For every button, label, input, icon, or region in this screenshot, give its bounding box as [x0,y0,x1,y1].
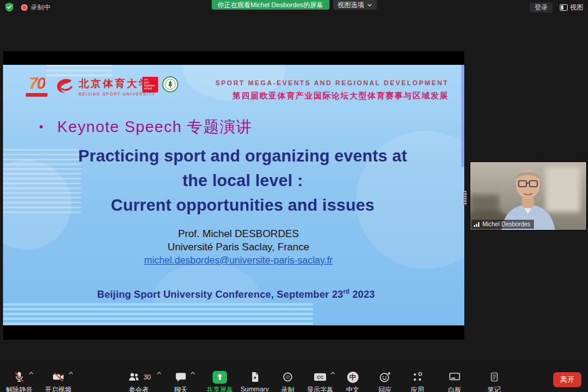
toolbar-whiteboard[interactable]: 白板 [448,370,461,392]
toolbar-label: 录制 [281,385,294,392]
security-shield-icon[interactable] [5,2,14,12]
toolbar-label: 共享屏幕 [207,385,233,392]
anniversary-number: 70 [28,75,44,92]
toolbar-notes[interactable]: 笔记 [488,370,501,392]
chevron-up-icon[interactable] [29,372,34,375]
speaker-affiliation: Université Paris Saclay, France [8,241,464,254]
toolbar-label: 回应 [378,385,392,392]
bsu-name-en: BEIJING SPORT UNIVERSITY [79,92,156,96]
toolbar-apps[interactable]: 应用 [411,370,424,392]
participant-video-tile[interactable]: Michel Desbordes [470,162,586,230]
summary-icon [249,370,261,384]
leave-meeting-button[interactable]: 离开 [553,372,581,387]
chevron-up-icon[interactable] [157,372,162,375]
chevron-up-icon[interactable] [330,372,335,375]
participant-name-tag: Michel Desbordes [471,220,534,229]
svg-text:CC: CC [317,375,324,380]
toolbar-reactions[interactable]: 回应 [378,370,392,392]
toolbar-label: 参会者 [129,385,149,392]
recording-label: 录制中 [31,3,50,12]
panel-drag-handle[interactable] [464,191,467,205]
top-bar-right: 登录 视图 [530,2,583,13]
beijing-sport-university-logo: 北京体育大学 BEIJING SPORT UNIVERSITY [53,76,156,97]
toolbar-language[interactable]: 中 中文 [346,370,359,392]
toolbar-participants[interactable]: 30 参会者 [127,370,151,392]
keynote-heading: • Keynote Speech 专题演讲 [39,116,252,137]
participants-icon [127,370,141,384]
top-bar-left: 录制中 [5,2,50,12]
share-screen-icon [213,371,227,384]
top-bar-center: 你正在观看Michel Desbordes的屏幕 视图选项 [211,0,377,10]
meeting-toolbar: 解除静音 开启视频 30 参会者 聊天 共享屏幕 [0,367,588,392]
bullet-point: • [39,120,44,134]
notes-icon [489,371,500,383]
participant-name: Michel Desbordes [482,221,530,228]
chevron-down-icon [367,4,372,7]
presentation-slide: 70 北京体育大学 BEIJING SPORT UNIVERSITY em ly… [3,65,464,325]
camera-off-icon [51,370,65,384]
watching-screen-banner: 你正在观看Michel Desbordes的屏幕 [211,0,329,10]
apps-icon [411,371,423,383]
captions-icon: CC [313,371,327,383]
footer-year: 2023 [350,289,375,300]
slide-footer: Beijing Sport University Conference, Sep… [5,288,464,300]
toolbar-label: 开启视频 [45,385,71,392]
conference-heading: SPORT MEGA-EVENTS AND REGIONAL DEVELOPME… [216,79,449,101]
sign-in-button[interactable]: 登录 [530,2,553,13]
chevron-up-icon[interactable] [68,372,73,375]
reactions-icon [378,370,392,384]
speaker-email-link[interactable]: michel.desbordes@universite-paris-saclay… [144,255,333,265]
footer-text: Beijing Sport University Conference, Sep… [97,289,344,300]
participants-count: 30 [144,373,151,381]
toolbar-label: 解除静音 [6,385,32,392]
toolbar-start-video[interactable]: 开启视频 [45,370,71,392]
toolbar-label: 白板 [448,385,461,392]
recording-dot-icon [21,4,28,11]
conference-title-zh: 第四届欧亚体育产业国际论坛大型体育赛事与区域发展 [216,91,449,101]
toolbar-chat[interactable]: 聊天 [174,370,187,392]
anniversary-banner [26,93,47,97]
footer-ordinal: rd [343,288,349,295]
view-options-button[interactable]: 视图选项 [333,0,377,10]
top-bar: 录制中 你正在观看Michel Desbordes的屏幕 视图选项 登录 视图 [0,0,588,16]
bottom-stripe-decoration [3,303,313,325]
whiteboard-icon [448,371,461,383]
emlyon-logo: em lyon business school [142,77,158,92]
slide-title-line3: Current opportunities and issues [12,193,464,217]
layout-view-icon [560,4,568,11]
toolbar-share-screen[interactable]: 共享屏幕 [207,370,233,392]
speaker-block: Prof. Michel DESBORDES Université Paris … [8,228,464,267]
shared-screen-area: 70 北京体育大学 BEIJING SPORT UNIVERSITY em ly… [3,51,464,340]
toolbar-captions[interactable]: CC 显示字幕 [307,370,333,392]
signal-bars-icon [474,222,480,227]
green-association-logo [162,76,178,92]
conference-title-en: SPORT MEGA-EVENTS AND REGIONAL DEVELOPME… [216,79,449,86]
view-options-label: 视图选项 [338,1,364,10]
keynote-label: Keynote Speech 专题演讲 [57,116,252,137]
chevron-up-icon[interactable] [190,372,195,375]
toolbar-label: 显示字幕 [307,385,333,392]
bsu-swoosh-icon [53,76,75,97]
speaker-name: Prof. Michel DESBORDES [8,228,464,241]
view-button-label: 视图 [570,3,583,12]
slide-title-line2: the local level : [12,168,464,193]
toolbar-label: 应用 [411,385,424,392]
slide-title-line1: Practicing sport and organizing events a… [12,143,464,168]
toolbar-summary[interactable]: Summary [240,370,268,392]
view-button[interactable]: 视图 [560,3,583,12]
anniversary-70-logo: 70 [21,75,52,103]
chat-icon [174,370,187,384]
recording-indicator: 录制中 [21,3,50,12]
mic-muted-icon [13,370,26,384]
toolbar-record[interactable]: 录制 [281,370,294,392]
language-icon: 中 [347,372,359,383]
toolbar-label: Summary [240,385,268,392]
toolbar-label: 聊天 [174,385,187,392]
toolbar-label: 笔记 [488,385,501,392]
record-icon [282,371,294,383]
toolbar-label: 中文 [346,385,359,392]
toolbar-unmute[interactable]: 解除静音 [6,370,32,392]
slide-title: Practicing sport and organizing events a… [12,143,464,217]
